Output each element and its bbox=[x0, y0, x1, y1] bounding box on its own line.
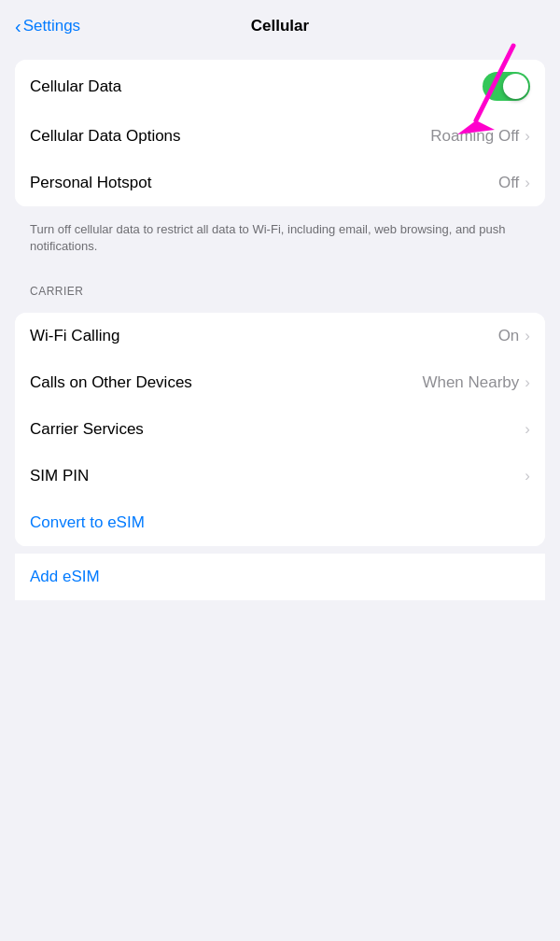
personal-hotspot-label: Personal Hotspot bbox=[30, 174, 151, 192]
sim-pin-row[interactable]: SIM PIN › bbox=[15, 453, 545, 499]
add-esim-label: Add eSIM bbox=[30, 568, 100, 586]
add-esim-section: Add eSIM bbox=[15, 554, 545, 600]
sim-pin-label: SIM PIN bbox=[30, 467, 89, 485]
cellular-data-options-row[interactable]: Cellular Data Options Roaming Off › bbox=[15, 113, 545, 160]
wifi-calling-row[interactable]: Wi-Fi Calling On › bbox=[15, 313, 545, 359]
personal-hotspot-row[interactable]: Personal Hotspot Off › bbox=[15, 160, 545, 206]
carrier-services-row[interactable]: Carrier Services › bbox=[15, 406, 545, 453]
page-title: Cellular bbox=[251, 17, 309, 35]
carrier-section: Wi-Fi Calling On › Calls on Other Device… bbox=[15, 313, 545, 546]
toggle-knob bbox=[503, 74, 528, 99]
calls-other-devices-row[interactable]: Calls on Other Devices When Nearby › bbox=[15, 359, 545, 406]
calls-other-devices-value: When Nearby bbox=[422, 373, 519, 392]
cellular-footer: Turn off cellular data to restrict all d… bbox=[0, 214, 560, 270]
carrier-section-header: CARRIER bbox=[0, 270, 560, 305]
carrier-services-right: › bbox=[525, 420, 530, 439]
personal-hotspot-value: Off bbox=[498, 174, 519, 192]
back-button[interactable]: ‹ Settings bbox=[15, 16, 80, 37]
carrier-services-chevron-icon: › bbox=[525, 420, 530, 439]
cellular-data-options-right: Roaming Off › bbox=[430, 127, 530, 146]
wifi-calling-label: Wi-Fi Calling bbox=[30, 327, 119, 345]
calls-other-devices-right: When Nearby › bbox=[422, 373, 530, 392]
cellular-data-options-label: Cellular Data Options bbox=[30, 127, 181, 146]
personal-hotspot-right: Off › bbox=[498, 174, 530, 192]
sim-pin-chevron-icon: › bbox=[525, 467, 530, 485]
sim-pin-right: › bbox=[525, 467, 530, 485]
calls-other-devices-chevron-icon: › bbox=[525, 373, 530, 392]
navigation-bar: ‹ Settings Cellular bbox=[0, 0, 560, 52]
add-esim-row[interactable]: Add eSIM bbox=[15, 554, 545, 600]
cellular-data-label: Cellular Data bbox=[30, 77, 121, 96]
cellular-section: Cellular Data Cellular Data Options Roam… bbox=[15, 60, 545, 206]
cellular-data-options-chevron-icon: › bbox=[525, 127, 530, 146]
personal-hotspot-chevron-icon: › bbox=[525, 174, 530, 192]
back-label: Settings bbox=[23, 17, 80, 35]
wifi-calling-right: On › bbox=[498, 327, 530, 345]
wifi-calling-value: On bbox=[498, 327, 520, 345]
carrier-services-label: Carrier Services bbox=[30, 420, 144, 439]
convert-esim-row[interactable]: Convert to eSIM bbox=[15, 499, 545, 546]
cellular-data-toggle[interactable] bbox=[483, 72, 530, 101]
wifi-calling-chevron-icon: › bbox=[525, 327, 530, 345]
calls-other-devices-label: Calls on Other Devices bbox=[30, 373, 192, 392]
back-chevron-icon: ‹ bbox=[15, 16, 21, 37]
cellular-data-options-value: Roaming Off bbox=[430, 127, 519, 146]
cellular-data-row[interactable]: Cellular Data bbox=[15, 60, 545, 113]
convert-esim-label: Convert to eSIM bbox=[30, 513, 145, 532]
